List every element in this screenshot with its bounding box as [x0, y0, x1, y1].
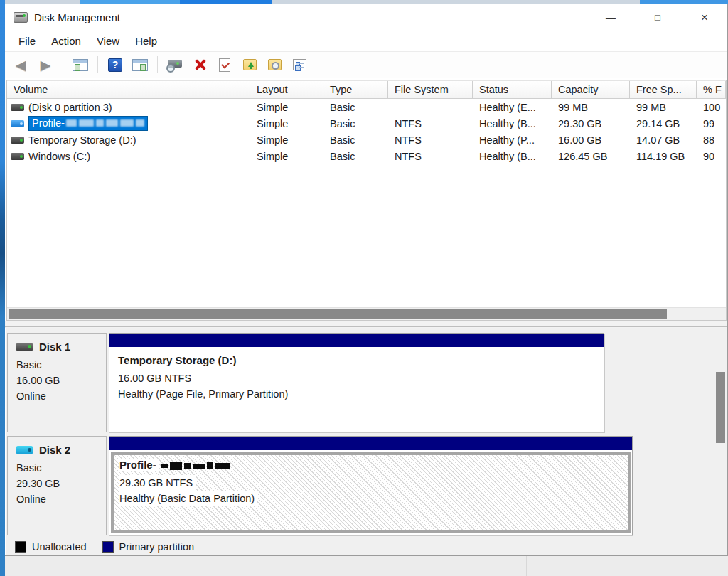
disk-state: Online — [16, 388, 106, 404]
background-left-strip — [0, 0, 5, 576]
table-row[interactable]: Temporary Storage (D:) Simple Basic NTFS… — [7, 132, 726, 148]
volume-free-space: 99 MB — [630, 102, 697, 113]
disk-size: 29.30 GB — [16, 476, 106, 491]
back-button[interactable]: ◀ — [11, 55, 31, 75]
forward-button[interactable]: ▶ — [36, 55, 55, 75]
folder-search-button[interactable] — [264, 55, 284, 75]
action-pane-icon — [132, 59, 148, 71]
help-icon — [108, 58, 122, 72]
volume-layout: Simple — [250, 151, 323, 162]
back-arrow-icon: ◀ — [16, 58, 26, 72]
volume-capacity: 29.30 GB — [552, 118, 630, 129]
partition-health: Healthy (Basic Data Partition) — [119, 491, 257, 506]
maximize-button[interactable]: □ — [642, 4, 673, 31]
volume-status: Healthy (E... — [473, 102, 552, 113]
vertical-scrollbar-thumb[interactable] — [716, 372, 725, 443]
menu-view[interactable]: View — [89, 32, 127, 50]
redacted-text — [161, 462, 230, 470]
selected-volume-label: Profile- — [28, 116, 148, 131]
volume-name: Windows (C:) — [28, 151, 90, 162]
column-header-status[interactable]: Status — [473, 81, 552, 98]
volume-status: Healthy (B... — [473, 118, 552, 129]
red-x-icon — [193, 58, 206, 71]
menu-help[interactable]: Help — [127, 32, 165, 50]
legend-label-primary: Primary partition — [119, 541, 195, 553]
help-button[interactable] — [105, 55, 125, 75]
disk-type: Basic — [16, 460, 106, 476]
disk-management-app-icon — [14, 12, 28, 23]
column-header-type[interactable]: Type — [323, 81, 388, 98]
folder-up-icon — [243, 59, 257, 70]
show-console-tree-button[interactable] — [70, 55, 90, 75]
minimize-button[interactable]: — — [595, 4, 626, 31]
pane-splitter[interactable] — [5, 321, 727, 328]
mark-partition-button[interactable] — [215, 55, 235, 75]
column-header-volume[interactable]: Volume — [7, 81, 250, 98]
disk-size: 16.00 GB — [16, 373, 106, 388]
volume-type: Basic — [323, 134, 388, 146]
disk-type: Basic — [16, 357, 106, 373]
show-action-pane-button[interactable] — [130, 55, 150, 75]
partition-health: Healthy (Page File, Primary Partition) — [118, 386, 604, 402]
volume-list-body: (Disk 0 partition 3) Simple Basic Health… — [7, 99, 726, 164]
volume-layout: Simple — [250, 134, 323, 146]
volume-free-space: 114.19 GB — [630, 151, 697, 162]
toolbar-separator — [97, 56, 98, 73]
disk-2-label-panel[interactable]: Disk 2 Basic 29.30 GB Online — [7, 436, 107, 535]
volume-layout: Simple — [250, 118, 323, 129]
document-check-icon — [219, 58, 230, 72]
menu-bar: File Action View Help — [5, 31, 727, 51]
partition-temporary-storage[interactable]: Temporary Storage (D:) 16.00 GB NTFS Hea… — [109, 333, 604, 432]
partition-title: Temporary Storage (D:) — [118, 354, 604, 366]
volume-capacity: 16.00 GB — [552, 134, 630, 146]
column-header-pct-free[interactable]: % F — [697, 81, 726, 98]
vertical-scrollbar[interactable] — [714, 328, 727, 538]
volume-type: Basic — [323, 151, 388, 162]
rescan-disks-button[interactable] — [165, 55, 185, 75]
table-row-selected[interactable]: Profile- Simple Basic NTFS Healthy (B...… — [7, 115, 726, 132]
volume-type: Basic — [323, 102, 388, 113]
delete-volume-button[interactable] — [190, 55, 210, 75]
primary-partition-swatch-icon — [102, 541, 114, 553]
volume-drive-icon — [11, 137, 24, 144]
column-header-capacity[interactable]: Capacity — [552, 81, 630, 98]
toolbar-separator — [157, 56, 158, 73]
partition-profile-selected[interactable]: Profile- 29.30 GB NTFS Healthy (Basic Da… — [109, 436, 633, 535]
close-button[interactable]: × — [689, 4, 720, 31]
window-title: Disk Management — [34, 11, 120, 23]
properties-button[interactable] — [289, 55, 309, 75]
volume-name: (Disk 0 partition 3) — [28, 102, 112, 113]
volume-file-system: NTFS — [388, 134, 473, 146]
redacted-text — [66, 119, 144, 127]
volume-name: Temporary Storage (D:) — [28, 134, 136, 146]
folder-search-icon — [268, 59, 282, 70]
unallocated-swatch-icon — [15, 541, 26, 553]
volume-name: Profile- — [32, 117, 65, 129]
table-row[interactable]: Windows (C:) Simple Basic NTFS Healthy (… — [7, 148, 726, 164]
checklist-icon — [293, 59, 306, 70]
volume-capacity: 99 MB — [552, 102, 630, 113]
disk-name: Disk 1 — [39, 341, 70, 353]
horizontal-scrollbar-thumb[interactable] — [9, 309, 667, 319]
volume-pct-free: 88 — [697, 134, 726, 146]
partition-title: Profile- — [119, 459, 159, 471]
disk-state: Online — [16, 491, 106, 507]
table-row[interactable]: (Disk 0 partition 3) Simple Basic Health… — [7, 99, 726, 115]
volume-list-pane: Volume Layout Type File System Status Ca… — [6, 80, 727, 321]
menu-file[interactable]: File — [11, 32, 43, 50]
volume-type: Basic — [323, 118, 388, 129]
title-bar[interactable]: Disk Management — □ × — [5, 4, 727, 31]
column-header-free-space[interactable]: Free Sp... — [630, 81, 697, 98]
disk-1-label-panel[interactable]: Disk 1 Basic 16.00 GB Online — [7, 333, 107, 432]
horizontal-scrollbar[interactable] — [7, 307, 726, 320]
menu-action[interactable]: Action — [43, 32, 89, 50]
volume-file-system: NTFS — [388, 151, 473, 162]
column-header-file-system[interactable]: File System — [388, 81, 473, 98]
forward-arrow-icon: ▶ — [41, 58, 51, 72]
volume-pct-free: 90 — [697, 151, 726, 162]
volume-status: Healthy (P... — [473, 134, 552, 146]
folder-up-button[interactable] — [240, 55, 259, 75]
partition-color-bar — [109, 437, 632, 451]
volume-drive-icon — [11, 120, 24, 127]
column-header-layout[interactable]: Layout — [250, 81, 323, 98]
